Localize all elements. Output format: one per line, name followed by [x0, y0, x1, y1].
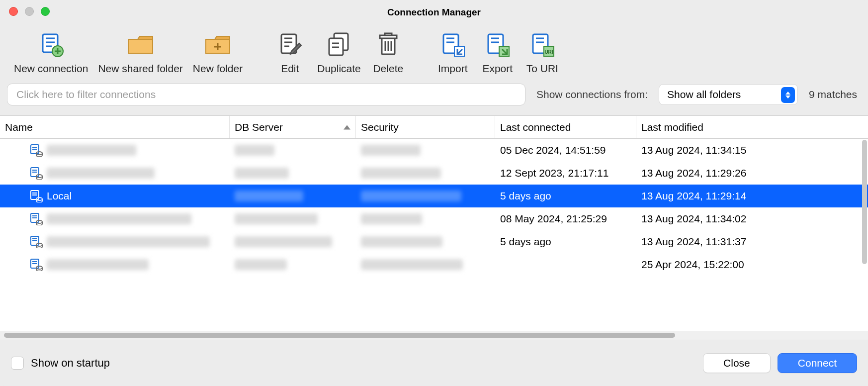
redacted-text: [47, 259, 149, 270]
new-connection-button[interactable]: New connection: [9, 31, 93, 79]
show-on-startup-label: Show on startup: [31, 357, 110, 370]
export-button[interactable]: Export: [475, 31, 520, 79]
table-row[interactable]: Local5 days ago13 Aug 2024, 11:29:14: [0, 185, 868, 207]
redacted-text: [361, 236, 442, 247]
cell-last-connected: 08 May 2024, 21:25:29: [495, 207, 636, 230]
cell-name: [0, 230, 230, 253]
vertical-scrollbar[interactable]: [862, 140, 867, 264]
footer: Show on startup Close Connect: [0, 340, 868, 386]
cell-db: [230, 230, 356, 253]
import-button[interactable]: Import: [431, 31, 475, 79]
cell-security: [356, 185, 495, 207]
zoom-window-button[interactable]: [41, 7, 50, 16]
window-title: Connection Manager: [387, 7, 481, 18]
connection-icon: [30, 258, 43, 271]
connection-icon: [30, 144, 43, 157]
redacted-text: [361, 145, 421, 156]
cell-db: [230, 185, 356, 207]
toolbar-label: New connection: [14, 63, 88, 75]
table-row[interactable]: 12 Sept 2023, 21:17:1113 Aug 2024, 11:29…: [0, 162, 868, 185]
toolbar-label: Duplicate: [317, 63, 361, 75]
cell-name: Local: [0, 185, 230, 207]
toolbar-label: Import: [438, 63, 468, 75]
sort-ascending-icon: [344, 125, 350, 129]
table-row[interactable]: 08 May 2024, 21:25:2913 Aug 2024, 11:34:…: [0, 207, 868, 230]
cell-last-modified: 13 Aug 2024, 11:34:02: [636, 207, 868, 230]
table-header: Name DB Server Security Last connected L…: [0, 116, 868, 139]
duplicate-button[interactable]: Duplicate: [312, 31, 366, 79]
titlebar: Connection Manager: [0, 0, 868, 25]
cell-last-modified: 13 Aug 2024, 11:34:15: [636, 139, 868, 162]
toolbar-label: Export: [482, 63, 513, 75]
cell-last-connected: 05 Dec 2024, 14:51:59: [495, 139, 636, 162]
minimize-window-button[interactable]: [25, 7, 34, 16]
connection-icon: [30, 235, 43, 248]
delete-button[interactable]: Delete: [366, 31, 411, 79]
cell-db: [230, 139, 356, 162]
show-from-label: Show connections from:: [536, 89, 648, 100]
connect-button[interactable]: Connect: [778, 353, 857, 373]
redacted-text: [47, 213, 191, 224]
cell-last-modified: 13 Aug 2024, 11:29:14: [636, 185, 868, 207]
folder-plus-icon: [204, 31, 232, 59]
table-row[interactable]: 5 days ago13 Aug 2024, 11:31:37: [0, 230, 868, 253]
edit-button[interactable]: Edit: [267, 31, 312, 79]
column-last-connected[interactable]: Last connected: [495, 116, 636, 138]
close-button[interactable]: Close: [703, 353, 771, 373]
folder-select-value: Show all folders: [667, 89, 741, 100]
select-stepper-icon: [781, 87, 795, 103]
column-security[interactable]: Security: [356, 116, 495, 138]
svg-text:URI: URI: [544, 49, 553, 55]
folder-shared-icon: [127, 31, 155, 59]
redacted-text: [235, 259, 287, 270]
file-plus-icon: [37, 31, 65, 59]
traffic-lights: [9, 7, 50, 16]
folder-select[interactable]: Show all folders: [659, 84, 798, 105]
cell-last-modified: 25 Apr 2024, 15:22:00: [636, 253, 868, 276]
new-shared-folder-button[interactable]: New shared folder: [93, 31, 187, 79]
redacted-text: [361, 168, 441, 179]
cell-security: [356, 230, 495, 253]
svg-rect-19: [385, 33, 392, 35]
redacted-text: [235, 236, 332, 247]
column-db-server[interactable]: DB Server: [230, 116, 356, 138]
connection-name: Local: [47, 190, 72, 202]
connection-icon: [30, 190, 43, 202]
redacted-text: [361, 259, 463, 270]
table-row[interactable]: 25 Apr 2024, 15:22:00: [0, 253, 868, 276]
cell-name: [0, 207, 230, 230]
cell-last-connected: [495, 253, 636, 276]
column-last-modified[interactable]: Last modified: [636, 116, 868, 138]
horizontal-scrollbar-track: [0, 331, 868, 340]
redacted-text: [235, 168, 289, 179]
cell-security: [356, 253, 495, 276]
redacted-text: [235, 191, 303, 201]
import-icon: [439, 31, 467, 59]
connection-icon: [30, 167, 43, 180]
new-folder-button[interactable]: New folder: [188, 31, 248, 79]
duplicate-icon: [325, 31, 353, 59]
redacted-text: [361, 191, 461, 201]
redacted-text: [47, 168, 155, 179]
cell-db: [230, 162, 356, 185]
edit-icon: [276, 31, 304, 59]
table-row[interactable]: 05 Dec 2024, 14:51:5913 Aug 2024, 11:34:…: [0, 139, 868, 162]
export-icon: [484, 31, 512, 59]
redacted-text: [47, 145, 136, 156]
close-window-button[interactable]: [9, 7, 18, 16]
column-name[interactable]: Name: [0, 116, 230, 138]
to-uri-button[interactable]: URI To URI: [520, 31, 565, 79]
toolbar: New connection New shared folder New: [0, 25, 868, 81]
cell-last-modified: 13 Aug 2024, 11:31:37: [636, 230, 868, 253]
window: Connection Manager New connection: [0, 0, 868, 386]
show-on-startup-checkbox[interactable]: [11, 357, 24, 370]
cell-db: [230, 207, 356, 230]
redacted-text: [235, 145, 274, 156]
cell-last-modified: 13 Aug 2024, 11:29:26: [636, 162, 868, 185]
table: Name DB Server Security Last connected L…: [0, 115, 868, 340]
filter-input[interactable]: [7, 84, 525, 105]
filter-bar: Show connections from: Show all folders …: [0, 81, 868, 115]
horizontal-scrollbar-thumb[interactable]: [4, 333, 675, 338]
toolbar-label: Delete: [373, 63, 403, 75]
cell-name: [0, 253, 230, 276]
